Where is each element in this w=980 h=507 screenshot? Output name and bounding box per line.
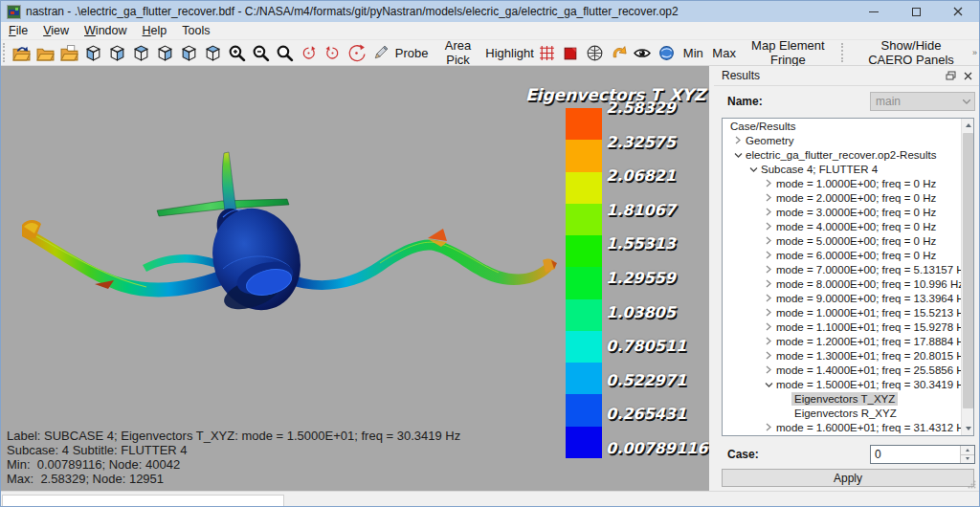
close-button[interactable] bbox=[937, 1, 979, 22]
expand-icon[interactable] bbox=[764, 179, 773, 187]
tree-row[interactable]: mode = 1.0000E+01; freq = 15.5213 Hz bbox=[723, 305, 973, 320]
expand-icon[interactable] bbox=[764, 351, 773, 360]
expand-icon[interactable] bbox=[764, 208, 773, 216]
tree-row[interactable]: mode = 1.6000E+01; freq = 31.4312 Hz bbox=[723, 420, 973, 434]
float-panel-icon[interactable] bbox=[946, 71, 956, 80]
zoom-in-button[interactable] bbox=[225, 41, 249, 65]
expand-icon[interactable] bbox=[764, 294, 773, 302]
tree-row[interactable]: mode = 2.0000E+00; freq = 0 Hz bbox=[723, 190, 973, 205]
scroll-down-icon[interactable] bbox=[962, 422, 974, 435]
expand-icon[interactable] bbox=[764, 423, 773, 431]
menu-window[interactable]: Window bbox=[77, 23, 134, 38]
viewport-3d[interactable]: Eigenvectors T_XYZ 2.583292.325752.06821… bbox=[1, 66, 709, 491]
map-element-fringe-button[interactable]: Map Element Fringe bbox=[740, 41, 835, 65]
show-hide-caero-panels-button[interactable]: Show/Hide CAERO Panels bbox=[850, 41, 972, 65]
eye-button[interactable] bbox=[631, 41, 655, 65]
solid-red-icon bbox=[562, 44, 580, 62]
tree-row[interactable]: mode = 1.3000E+01; freq = 20.8015 Hz bbox=[723, 348, 973, 363]
wireframe-red-button[interactable] bbox=[535, 41, 559, 65]
tree-row[interactable]: Eigenvectors T_XYZ bbox=[723, 391, 973, 406]
view-cube-right-button[interactable] bbox=[153, 41, 177, 65]
toolbar-overflow-icon[interactable]: » bbox=[972, 48, 976, 57]
tree-row[interactable]: mode = 7.0000E+00; freq = 5.13157 Hz bbox=[723, 262, 973, 276]
max-button[interactable]: Max bbox=[708, 41, 741, 65]
measure-button[interactable] bbox=[368, 41, 392, 65]
tree-row[interactable]: mode = 9.0000E+00; freq = 13.3964 Hz bbox=[723, 291, 973, 305]
expand-icon[interactable] bbox=[764, 279, 773, 288]
reload-button[interactable] bbox=[10, 41, 33, 65]
menu-view[interactable]: View bbox=[35, 23, 77, 38]
menu-tools[interactable]: Tools bbox=[174, 23, 217, 38]
expand-icon[interactable] bbox=[764, 251, 773, 259]
zoom-out-button[interactable] bbox=[249, 41, 273, 65]
view-cube-top-button[interactable] bbox=[201, 41, 225, 65]
tree-scrollbar[interactable] bbox=[961, 119, 973, 435]
results-tree[interactable]: Case/ResultsGeometryelectric_ga_flutter_… bbox=[722, 118, 974, 436]
case-spinbox-value[interactable]: 0 bbox=[871, 446, 960, 463]
open-geometry-button[interactable] bbox=[33, 41, 57, 65]
tree-row[interactable]: Case/Results bbox=[723, 119, 973, 133]
rotate-cw-button[interactable] bbox=[297, 41, 321, 65]
apply-button[interactable]: Apply bbox=[722, 469, 974, 487]
expand-icon[interactable] bbox=[764, 322, 773, 331]
tree-row[interactable]: mode = 1.2000E+01; freq = 17.8884 Hz bbox=[723, 334, 973, 348]
min-button[interactable]: Min bbox=[679, 41, 708, 65]
spin-up-icon[interactable] bbox=[961, 446, 974, 454]
expand-icon[interactable] bbox=[764, 236, 773, 245]
menu-help[interactable]: Help bbox=[135, 23, 175, 38]
open-results-button[interactable] bbox=[57, 41, 81, 65]
tree-row-label: mode = 7.0000E+00; freq = 5.13157 Hz bbox=[773, 263, 972, 276]
toolbar-grip[interactable] bbox=[3, 43, 6, 62]
case-spinbox[interactable]: 0 bbox=[870, 445, 975, 464]
probe-button[interactable]: Probe bbox=[392, 41, 432, 65]
tree-row[interactable]: mode = 1.1000E+01; freq = 15.9278 Hz bbox=[723, 320, 973, 334]
tree-row[interactable]: mode = 6.0000E+00; freq = 0 Hz bbox=[723, 248, 973, 262]
tree-row[interactable]: mode = 1.4000E+01; freq = 25.5856 Hz bbox=[723, 363, 973, 377]
resize-grip-icon[interactable] bbox=[968, 480, 976, 489]
rotate-ccw-button[interactable] bbox=[321, 41, 345, 65]
tree-row[interactable]: mode = 8.0000E+00; freq = 10.996 Hz bbox=[723, 276, 973, 291]
expand-icon[interactable] bbox=[764, 308, 773, 317]
close-panel-icon[interactable] bbox=[964, 72, 972, 80]
collapse-icon[interactable] bbox=[733, 151, 743, 159]
magnify-button[interactable] bbox=[273, 41, 297, 65]
tree-row[interactable]: electric_ga_flutter_recover.op2-Results bbox=[723, 147, 973, 162]
menu-file[interactable]: File bbox=[1, 23, 35, 38]
flip-button[interactable] bbox=[607, 41, 631, 65]
area-pick-button[interactable]: Area Pick bbox=[432, 41, 485, 65]
maximize-button[interactable] bbox=[895, 1, 937, 22]
expand-icon[interactable] bbox=[764, 222, 773, 231]
collapse-icon[interactable] bbox=[748, 165, 758, 173]
spin-down-icon[interactable] bbox=[961, 454, 974, 464]
rotate-center-button[interactable] bbox=[345, 41, 368, 65]
tree-row[interactable]: mode = 3.0000E+00; freq = 0 Hz bbox=[723, 205, 973, 219]
highlight-button[interactable]: Highlight bbox=[485, 41, 535, 65]
collapse-icon[interactable] bbox=[764, 381, 773, 388]
view-cube-iso-button[interactable] bbox=[81, 41, 105, 65]
expand-icon[interactable] bbox=[764, 265, 773, 274]
aircraft-model[interactable] bbox=[1, 66, 709, 491]
tree-row[interactable]: mode = 1.5000E+01; freq = 30.3419 Hz bbox=[723, 377, 973, 391]
expand-icon[interactable] bbox=[733, 136, 743, 144]
name-combobox[interactable]: main bbox=[870, 92, 975, 111]
screenshot-button[interactable] bbox=[655, 41, 679, 65]
tree-row[interactable]: Geometry bbox=[723, 133, 973, 147]
scroll-up-icon[interactable] bbox=[962, 119, 974, 132]
reload-icon bbox=[12, 45, 31, 61]
view-cube-left-button[interactable] bbox=[105, 41, 129, 65]
edges-button[interactable] bbox=[583, 41, 607, 65]
tree-row[interactable]: mode = 5.0000E+00; freq = 0 Hz bbox=[723, 233, 973, 248]
expand-icon[interactable] bbox=[764, 193, 773, 202]
scrollbar-thumb[interactable] bbox=[963, 133, 973, 408]
expand-icon[interactable] bbox=[764, 365, 773, 374]
expand-icon[interactable] bbox=[764, 337, 773, 345]
minimize-button[interactable] bbox=[853, 1, 895, 22]
case-label: Case: bbox=[727, 448, 759, 461]
view-cube-back-button[interactable] bbox=[177, 41, 201, 65]
tree-row[interactable]: Subcase 4; FLUTTER 4 bbox=[723, 162, 973, 176]
solid-red-button[interactable] bbox=[559, 41, 583, 65]
tree-row[interactable]: mode = 1.0000E+00; freq = 0 Hz bbox=[723, 176, 973, 190]
tree-row[interactable]: mode = 4.0000E+00; freq = 0 Hz bbox=[723, 219, 973, 233]
tree-row[interactable]: Eigenvectors R_XYZ bbox=[723, 406, 973, 420]
view-cube-front-button[interactable] bbox=[129, 41, 153, 65]
